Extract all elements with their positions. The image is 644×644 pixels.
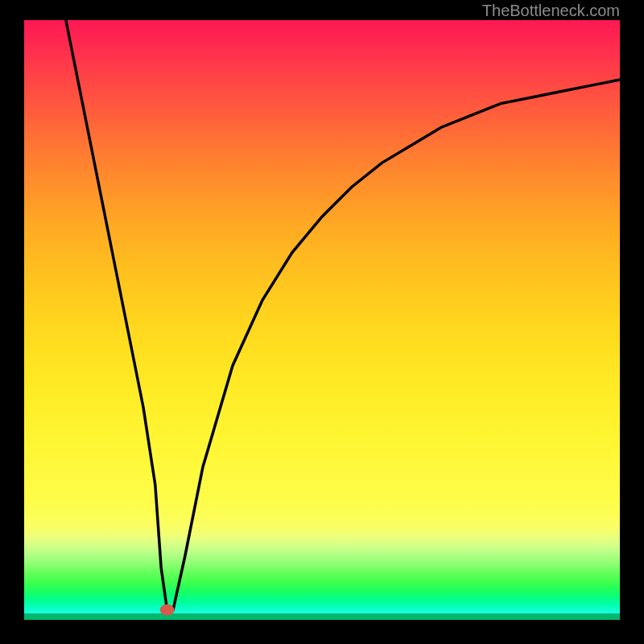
bottleneck-curve [24, 20, 620, 616]
svg-point-0 [160, 605, 175, 616]
attribution-text: TheBottleneck.com [482, 2, 620, 20]
chart-container [24, 20, 620, 620]
